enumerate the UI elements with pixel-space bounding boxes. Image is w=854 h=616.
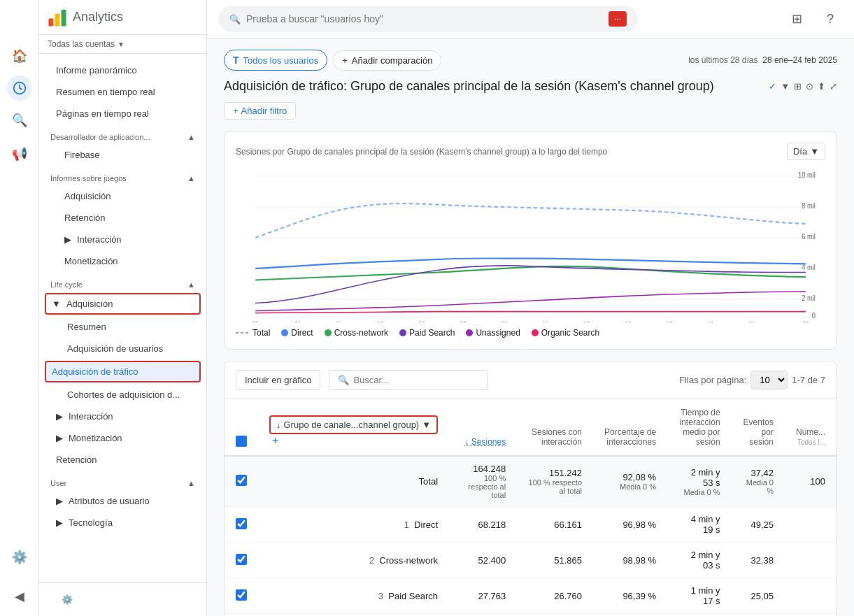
- chart-period-selector[interactable]: Día ▼: [787, 143, 825, 160]
- configure-icon[interactable]: ⚙️: [6, 543, 34, 571]
- svg-rect-1: [48, 18, 53, 26]
- sidebar-item-settings[interactable]: ⚙️: [50, 589, 195, 610]
- sidebar-item-technology[interactable]: ▶ Tecnología: [39, 512, 206, 533]
- legend-cross-network[interactable]: Cross-network: [325, 328, 388, 338]
- sidebar-item-panoramic[interactable]: Informe panorámico: [39, 59, 206, 81]
- row2-checkbox[interactable]: [236, 554, 247, 565]
- sidebar-item-adquisicion-lifecycle[interactable]: ▼ Adquisición: [46, 294, 199, 313]
- expand-icon: ▶: [56, 517, 63, 528]
- realtime-icon[interactable]: [7, 76, 32, 101]
- total-checkbox-cell: [225, 456, 258, 507]
- chart-title: Sesiones por Grupo de canales principal …: [236, 147, 607, 157]
- legend-paid-search[interactable]: Paid Search: [399, 328, 455, 338]
- home-icon[interactable]: 🏠: [6, 42, 34, 70]
- apps-icon[interactable]: ⊞: [784, 6, 809, 31]
- row1-channel[interactable]: Direct: [414, 520, 438, 530]
- row3-checkbox[interactable]: [236, 589, 247, 601]
- collapse-icon[interactable]: ◀: [6, 582, 34, 610]
- search-icon: 🔍: [229, 14, 241, 24]
- app-title: Analytics: [73, 10, 123, 24]
- segment-label: Todos los usuarios: [243, 55, 319, 66]
- header-actions: ⊞ ?: [784, 6, 843, 31]
- sessions-header[interactable]: ↓ Sesiones: [449, 399, 517, 456]
- checkbox-header: [225, 399, 258, 456]
- sidebar-logo[interactable]: Analytics: [48, 8, 123, 27]
- explore-icon[interactable]: 🔍: [6, 106, 34, 134]
- search-extra-btn[interactable]: ···: [609, 11, 627, 27]
- expand-icon: ▶: [56, 411, 63, 422]
- sidebar-item-resumen[interactable]: Resumen: [39, 316, 206, 338]
- grid-view-icon[interactable]: ⊞: [794, 81, 802, 92]
- title-icons: ✓ ▼ ⊞ ⊙ ⬆ ⤢: [769, 81, 837, 92]
- add-comparison-btn[interactable]: + Añadir comparación: [333, 50, 441, 71]
- row3-rank-cell: 3 Paid Search: [258, 578, 449, 614]
- channel-group-header[interactable]: ↓ Grupo de canale...channel group) ▼ +: [258, 399, 449, 456]
- row2-numero: [785, 543, 837, 578]
- sidebar-item-cohortes[interactable]: Cohortes de adquisición d...: [39, 384, 206, 406]
- svg-text:05: 05: [418, 320, 425, 322]
- legend-unassigned[interactable]: Unassigned: [466, 328, 520, 338]
- sidebar-item-interaccion-games[interactable]: ▶ Interacción: [39, 229, 206, 250]
- top-header: 🔍 ··· ⊞ ?: [207, 0, 854, 38]
- legend-total[interactable]: Total: [236, 328, 270, 338]
- table-search-input[interactable]: [353, 375, 479, 385]
- sidebar-item-retencion-games[interactable]: Retención: [39, 207, 206, 229]
- sidebar-item-traffic-acquisition[interactable]: Adquisición de tráfico: [46, 362, 199, 381]
- add-filter-button[interactable]: + Añadir filtro: [224, 102, 296, 120]
- account-selector[interactable]: Todas las cuentas ▼: [39, 35, 206, 54]
- legend-organic-search[interactable]: Organic Search: [532, 328, 599, 338]
- row2-channel[interactable]: Cross-network: [379, 555, 438, 566]
- svg-text:11: 11: [542, 320, 548, 322]
- sessions-inter-header[interactable]: Sesiones coninteracción: [517, 399, 593, 456]
- events-session-header[interactable]: Eventosporsesión: [732, 399, 785, 456]
- expand-icon: ▶: [64, 234, 71, 245]
- row1-time-inter: 4 min y 19 s: [667, 507, 731, 543]
- segment-chip[interactable]: T Todos los usuarios: [224, 50, 327, 71]
- svg-text:0: 0: [812, 312, 816, 320]
- row4-events: 12,42: [732, 614, 785, 617]
- pct-inter-header[interactable]: Porcentaje deinteracciones: [593, 399, 667, 456]
- row2-pct-inter: 98,98 %: [593, 543, 667, 578]
- user-section-header: User ▲: [39, 471, 206, 490]
- share-icon[interactable]: ⬆: [818, 81, 825, 92]
- sidebar-item-user-acquisition[interactable]: Adquisición de usuarios: [39, 338, 206, 359]
- sidebar-item-interaccion-lifecycle[interactable]: ▶ Interacción: [39, 406, 206, 427]
- dropdown-icon[interactable]: ▼: [781, 81, 790, 92]
- sidebar-item-realtime-summary[interactable]: Resumen en tiempo real: [39, 81, 206, 103]
- sidebar-item-adquisicion-games[interactable]: Adquisición: [39, 185, 206, 207]
- page-title-bar: Adquisición de tráfico: Grupo de canales…: [224, 79, 837, 94]
- help-icon[interactable]: ?: [818, 6, 843, 31]
- table-row: 3 Paid Search 27.763 26.760 96,39 % 1 mi…: [225, 578, 837, 614]
- svg-text:31: 31: [294, 320, 301, 322]
- row1-sessions-inter: 66.161: [517, 507, 593, 543]
- rows-select[interactable]: 10 25 50: [750, 371, 788, 389]
- chevron-down-icon: ▼: [810, 146, 819, 157]
- include-in-chart-button[interactable]: Incluir en gráfico: [236, 370, 320, 390]
- sidebar-item-firebase[interactable]: Firebase: [39, 144, 206, 166]
- games-section-header: Informes sobre juegos ▲: [39, 166, 206, 185]
- search-input[interactable]: [246, 13, 603, 24]
- icon-rail: 🏠 🔍 📢 ⚙️ ◀: [0, 0, 39, 616]
- row1-checkbox[interactable]: [236, 518, 247, 529]
- main-content: 🔍 ··· ⊞ ? T Todos los usuarios + Añadir …: [207, 0, 854, 616]
- time-inter-header[interactable]: Tiempo deinteracciónmedio porsesión: [667, 399, 731, 456]
- expand-icon[interactable]: ⤢: [830, 81, 837, 92]
- sidebar-item-realtime-pages[interactable]: Páginas en tiempo real: [39, 103, 206, 124]
- add-column-btn[interactable]: +: [272, 434, 278, 446]
- table-search[interactable]: 🔍: [329, 370, 488, 390]
- channel-column-btn[interactable]: ↓ Grupo de canale...channel group) ▼: [269, 415, 438, 434]
- sidebar-item-retencion-lifecycle[interactable]: Retención: [39, 449, 206, 471]
- sidebar-item-monetizacion-games[interactable]: Monetización: [39, 250, 206, 272]
- total-events-cell: 37,42 Media 0 %: [732, 456, 785, 507]
- sidebar-item-monetizacion-lifecycle[interactable]: ▶ Monetización: [39, 427, 206, 449]
- compare-icon[interactable]: ⊙: [806, 81, 813, 92]
- sessions-label: ↓ Sesiones: [464, 437, 506, 447]
- total-checkbox[interactable]: [236, 475, 247, 486]
- sidebar-item-user-attributes[interactable]: ▶ Atributos de usuario: [39, 490, 206, 512]
- search-bar[interactable]: 🔍 ···: [218, 6, 638, 32]
- row3-channel[interactable]: Paid Search: [388, 591, 438, 601]
- legend-direct[interactable]: Direct: [281, 328, 313, 338]
- total-sessions-inter-cell: 151.242 100 % respecto al total: [517, 456, 593, 507]
- numero-header[interactable]: Núme...Todos l...: [785, 399, 837, 456]
- advertise-icon[interactable]: 📢: [6, 140, 34, 168]
